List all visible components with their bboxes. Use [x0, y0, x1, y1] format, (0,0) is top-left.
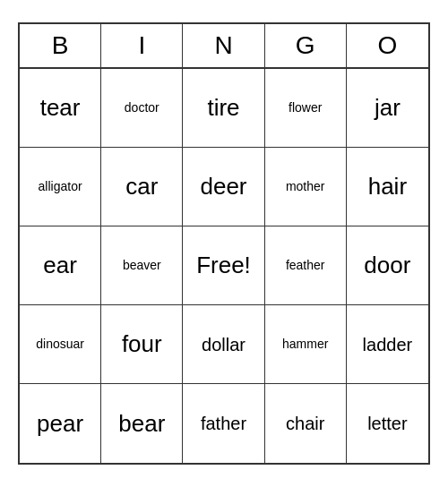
cell-text: feather [286, 259, 325, 272]
cell-text: tire [207, 95, 239, 121]
bingo-header: BINGO [20, 24, 428, 69]
cell-text: dollar [202, 335, 246, 355]
bingo-card: BINGO teardoctortireflowerjaralligatorca… [18, 22, 430, 465]
bingo-grid: teardoctortireflowerjaralligatorcardeerm… [20, 69, 428, 463]
header-letter-G: G [265, 24, 347, 67]
cell-text: jar [375, 95, 401, 121]
bingo-cell: dinosuar [20, 305, 101, 384]
bingo-cell: flower [265, 69, 347, 148]
cell-text: bear [118, 411, 165, 437]
bingo-cell: tire [183, 69, 264, 148]
cell-text: door [364, 252, 410, 278]
cell-text: beaver [123, 259, 161, 272]
cell-text: ear [43, 252, 77, 278]
bingo-cell: tear [20, 69, 101, 148]
cell-text: flower [289, 101, 322, 115]
cell-text: letter [367, 414, 407, 433]
cell-text: Free! [196, 252, 251, 278]
cell-text: four [122, 331, 162, 357]
bingo-cell: dollar [183, 305, 264, 384]
header-letter-O: O [347, 24, 428, 67]
cell-text: father [201, 414, 246, 433]
bingo-cell: alligator [20, 148, 101, 226]
bingo-cell: door [347, 226, 428, 305]
cell-text: ladder [363, 335, 413, 355]
cell-text: doctor [125, 101, 159, 115]
cell-text: hair [368, 174, 407, 200]
bingo-cell: ladder [347, 305, 428, 384]
bingo-cell: feather [265, 226, 347, 305]
cell-text: alligator [39, 180, 82, 193]
bingo-cell: pear [20, 384, 101, 463]
bingo-cell: bear [101, 384, 183, 463]
bingo-cell: ear [20, 226, 101, 305]
header-letter-B: B [20, 24, 101, 67]
bingo-cell: chair [265, 384, 347, 463]
cell-text: tear [40, 95, 81, 121]
bingo-cell: beaver [101, 226, 183, 305]
bingo-cell: hammer [265, 305, 347, 384]
bingo-cell: four [101, 305, 183, 384]
cell-text: dinosuar [36, 337, 84, 351]
bingo-cell: mother [265, 148, 347, 226]
bingo-cell: Free! [183, 226, 264, 305]
bingo-cell: car [101, 148, 183, 226]
bingo-cell: doctor [101, 69, 183, 148]
cell-text: chair [286, 414, 324, 433]
cell-text: pear [37, 411, 83, 437]
bingo-cell: letter [347, 384, 428, 463]
bingo-cell: jar [347, 69, 428, 148]
cell-text: mother [286, 180, 325, 193]
cell-text: car [125, 174, 158, 200]
cell-text: hammer [282, 337, 328, 351]
header-letter-N: N [183, 24, 264, 67]
bingo-cell: hair [347, 148, 428, 226]
bingo-cell: father [183, 384, 264, 463]
cell-text: deer [200, 174, 246, 200]
bingo-cell: deer [183, 148, 264, 226]
header-letter-I: I [101, 24, 183, 67]
